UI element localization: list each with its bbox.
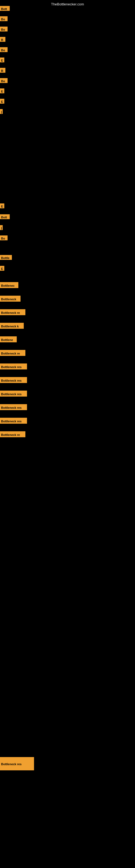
- bottleneck-label: E: [0, 266, 4, 271]
- bottleneck-label: Bottleneck k: [0, 323, 24, 329]
- bottleneck-label: Bo: [0, 27, 8, 31]
- bottleneck-label: Bottleneck re: [0, 431, 26, 437]
- bottleneck-label: Bottlene: [0, 336, 17, 342]
- bottleneck-label: Bo: [0, 236, 8, 240]
- bottleneck-label: |: [0, 225, 3, 230]
- bottleneck-label: Bottle: [0, 255, 12, 260]
- bottleneck-label: Bottleneck res: [0, 391, 27, 397]
- bottleneck-label: Bo: [0, 47, 8, 52]
- bottleneck-label: Bo: [0, 78, 8, 83]
- bottleneck-label: B: [0, 37, 5, 42]
- bottleneck-label: E: [0, 88, 4, 93]
- bottleneck-label: Bottlenec: [0, 282, 18, 288]
- bottleneck-label: Bottleneck res: [0, 404, 27, 410]
- bottleneck-label: Bott: [0, 6, 10, 11]
- bottleneck-label: E: [0, 58, 4, 62]
- bottleneck-label: B: [0, 68, 5, 73]
- bottleneck-label: Bottleneck res: [0, 377, 27, 383]
- bottleneck-label: E: [0, 99, 4, 104]
- bottleneck-label: Bottleneck re: [0, 309, 26, 315]
- bottleneck-label: Bottleneck re: [0, 350, 26, 356]
- bottleneck-label: Bottleneck res: [0, 757, 34, 770]
- site-title: TheBottlenecker.com: [51, 2, 84, 6]
- bottleneck-label: Bottleneck: [0, 296, 20, 302]
- bottleneck-label: |: [0, 109, 3, 114]
- bottleneck-label: Bott: [0, 214, 10, 219]
- bottleneck-label: Bo: [0, 16, 8, 21]
- bottleneck-label: Bottleneck res: [0, 418, 27, 424]
- bottleneck-label: E: [0, 204, 4, 208]
- bottleneck-label: Bottleneck res: [0, 364, 27, 369]
